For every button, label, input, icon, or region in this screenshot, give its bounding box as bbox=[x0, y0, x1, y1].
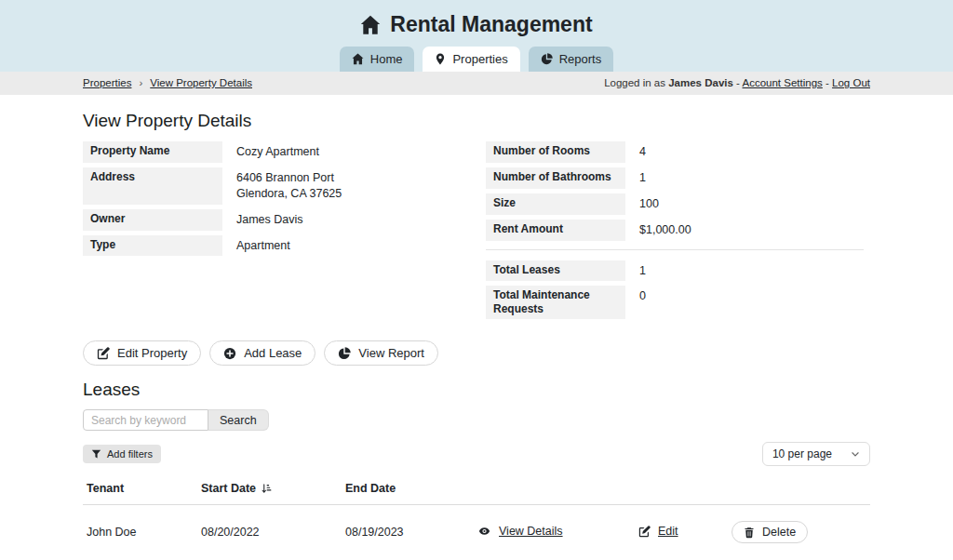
pencil-square-icon bbox=[638, 526, 651, 538]
breadcrumb-separator: › bbox=[139, 77, 142, 88]
view-details-link[interactable]: View Details bbox=[499, 525, 563, 538]
column-header-actions bbox=[635, 474, 728, 505]
detail-value: 6406 Brannon Port Glendora, CA 37625 bbox=[229, 167, 342, 205]
detail-label: Size bbox=[486, 193, 625, 215]
edit-lease-link[interactable]: Edit bbox=[658, 525, 678, 538]
detail-row: Rent Amount $1,000.00 bbox=[486, 220, 864, 241]
home-icon bbox=[360, 15, 381, 35]
add-lease-button[interactable]: Add Lease bbox=[209, 340, 315, 366]
breadcrumb-view-property-details[interactable]: View Property Details bbox=[150, 77, 252, 88]
detail-label: Address bbox=[83, 167, 222, 205]
leases-search-input[interactable] bbox=[83, 409, 208, 431]
detail-row: Total Leases 1 bbox=[486, 260, 864, 282]
plus-circle-icon bbox=[223, 347, 236, 360]
address-line-2: Glendora, CA 37625 bbox=[236, 186, 342, 202]
table-header-row: Tenant Start Date End Date bbox=[83, 474, 870, 505]
column-header-start-date[interactable]: Start Date bbox=[197, 474, 342, 505]
button-label: Add Lease bbox=[244, 346, 302, 360]
button-label: Delete bbox=[762, 526, 796, 539]
property-details-right: Number of Rooms 4 Number of Bathrooms 1 … bbox=[486, 141, 864, 324]
tab-label: Home bbox=[370, 52, 403, 66]
edit-property-button[interactable]: Edit Property bbox=[83, 340, 201, 366]
log-out-link[interactable]: Log Out bbox=[832, 77, 870, 88]
button-label: Add filters bbox=[107, 448, 153, 460]
detail-row: Type Apartment bbox=[83, 235, 461, 257]
detail-value: 1 bbox=[632, 260, 646, 282]
leases-table: Tenant Start Date End Date John Doe 08/2… bbox=[83, 474, 870, 559]
map-pin-icon bbox=[435, 53, 446, 65]
leases-title: Leases bbox=[83, 380, 870, 400]
tab-reports[interactable]: Reports bbox=[529, 47, 614, 72]
detail-row: Owner James Davis bbox=[83, 209, 461, 231]
detail-value: 100 bbox=[632, 193, 659, 215]
detail-row: Number of Bathrooms 1 bbox=[486, 167, 864, 189]
button-label: Edit Property bbox=[117, 346, 187, 360]
lease-tenant: John Doe bbox=[83, 505, 197, 560]
detail-value: 4 bbox=[632, 141, 646, 163]
detail-value: Apartment bbox=[229, 235, 290, 257]
button-label: View Report bbox=[358, 346, 424, 360]
main-nav: Home Properties Reports bbox=[0, 47, 953, 72]
per-page-value: 10 per page bbox=[772, 447, 832, 460]
pencil-square-icon bbox=[97, 347, 110, 360]
per-page-select[interactable]: 10 per page bbox=[762, 442, 870, 466]
detail-label: Total Leases bbox=[486, 260, 625, 282]
dash: - bbox=[736, 77, 740, 88]
app-title: Rental Management bbox=[0, 12, 953, 37]
tab-label: Reports bbox=[559, 52, 602, 66]
sort-icon[interactable] bbox=[261, 483, 272, 494]
breadcrumb: Properties › View Property Details bbox=[83, 77, 252, 88]
detail-row: Number of Rooms 4 bbox=[486, 141, 864, 163]
detail-row: Address 6406 Brannon Port Glendora, CA 3… bbox=[83, 167, 461, 205]
home-icon bbox=[352, 53, 364, 65]
eye-icon bbox=[477, 526, 491, 537]
tab-properties[interactable]: Properties bbox=[423, 47, 519, 72]
pie-chart-icon bbox=[338, 347, 351, 360]
add-filters-button[interactable]: Add filters bbox=[83, 445, 161, 463]
leases-toolbar: Add filters 10 per page bbox=[83, 442, 870, 466]
user-name: James Davis bbox=[668, 77, 733, 88]
detail-label: Property Name bbox=[83, 141, 222, 163]
page-title: View Property Details bbox=[83, 111, 870, 131]
delete-lease-button[interactable]: Delete bbox=[732, 521, 808, 543]
detail-row: Total Maintenance Requests 0 bbox=[486, 286, 864, 319]
detail-value: Cozy Apartment bbox=[229, 141, 319, 163]
property-details-left: Property Name Cozy Apartment Address 640… bbox=[83, 141, 461, 260]
topbar: Properties › View Property Details Logge… bbox=[0, 72, 953, 95]
lease-start-date: 08/20/2022 bbox=[197, 505, 342, 560]
column-header-label: Start Date bbox=[201, 482, 256, 495]
account-settings-link[interactable]: Account Settings bbox=[743, 77, 823, 88]
tab-label: Properties bbox=[452, 52, 507, 66]
detail-value: $1,000.00 bbox=[632, 220, 691, 241]
leases-search: Search bbox=[83, 409, 870, 431]
detail-label: Total Maintenance Requests bbox=[486, 286, 625, 319]
view-report-button[interactable]: View Report bbox=[324, 340, 438, 366]
tab-home[interactable]: Home bbox=[340, 47, 415, 72]
detail-label: Rent Amount bbox=[486, 220, 625, 241]
property-actions: Edit Property Add Lease View Report bbox=[83, 340, 870, 366]
detail-value: 1 bbox=[632, 167, 646, 189]
detail-label: Owner bbox=[83, 209, 222, 231]
breadcrumb-properties[interactable]: Properties bbox=[83, 77, 131, 88]
detail-row: Size 100 bbox=[486, 193, 864, 215]
detail-value: James Davis bbox=[229, 209, 303, 231]
app-header: Rental Management Home Properties Report… bbox=[0, 0, 953, 72]
property-details: Property Name Cozy Apartment Address 640… bbox=[83, 141, 870, 324]
column-header-actions bbox=[474, 474, 635, 505]
lease-row: John Doe 08/20/2022 08/19/2023 View Deta… bbox=[83, 505, 870, 560]
address-line-1: 6406 Brannon Port bbox=[236, 170, 342, 186]
logged-in-text: Logged in as bbox=[604, 77, 665, 88]
funnel-icon bbox=[91, 449, 101, 460]
column-header-tenant: Tenant bbox=[83, 474, 197, 505]
chevron-down-icon bbox=[851, 449, 860, 459]
detail-value: 0 bbox=[632, 286, 646, 319]
pie-chart-icon bbox=[541, 53, 553, 65]
leases-search-button[interactable]: Search bbox=[208, 409, 269, 431]
detail-label: Number of Bathrooms bbox=[486, 167, 625, 189]
main-content: View Property Details Property Name Cozy… bbox=[83, 111, 870, 560]
detail-label: Type bbox=[83, 235, 222, 257]
column-header-actions bbox=[728, 474, 870, 505]
totals-divider bbox=[486, 249, 864, 250]
trash-icon bbox=[744, 527, 755, 539]
column-header-end-date: End Date bbox=[342, 474, 474, 505]
